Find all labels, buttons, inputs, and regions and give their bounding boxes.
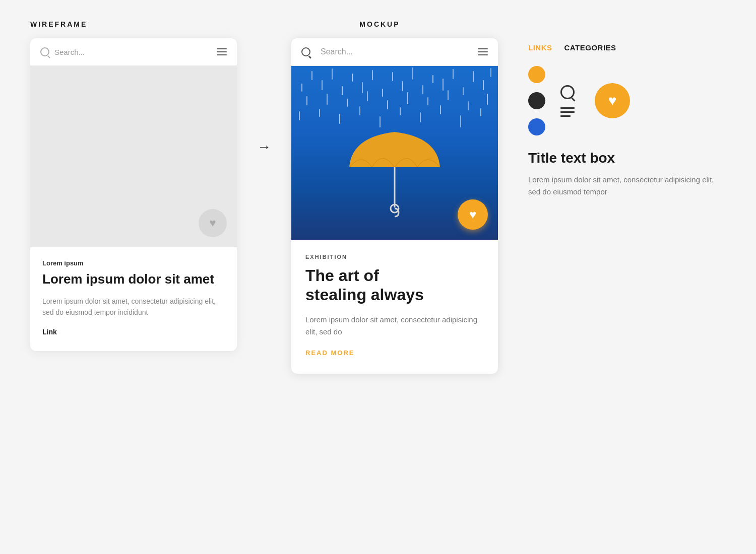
wireframe-image-area: ♥ [30, 66, 237, 247]
panel-search-icon [560, 85, 575, 99]
circle-blue [528, 118, 545, 135]
panel-heart-circle: ♥ [595, 83, 630, 118]
color-circles [528, 66, 545, 135]
panel-icons-row: ♥ [528, 66, 716, 135]
tab-links[interactable]: LINKS [528, 43, 552, 52]
wireframe-card: Search... ♥ Lorem ipsum Lorem ipsum dolo… [30, 38, 237, 351]
panel-tabs: LINKS CATEGORIES [528, 43, 716, 52]
arrow-icon: → [257, 139, 271, 155]
wireframe-link[interactable]: Link [42, 328, 225, 336]
hamburger-icon[interactable] [217, 48, 227, 55]
panel-body: Lorem ipsum dolor sit amet, consectetur … [528, 174, 716, 198]
wireframe-search-bar: Search... [30, 38, 237, 66]
circle-black [528, 92, 545, 109]
arrow-container: → [257, 38, 271, 155]
heart-icon: ♥ [209, 217, 216, 230]
umbrella-image [344, 122, 445, 225]
tab-categories[interactable]: CATEGORIES [564, 43, 616, 52]
mockup-body: Lorem ipsum dolor sit amet, consectetur … [305, 314, 484, 338]
wireframe-search-placeholder: Search... [54, 48, 85, 56]
wireframe-title: Lorem ipsum dolor sit amet [42, 271, 225, 288]
read-more-link[interactable]: READ MORE [305, 349, 484, 357]
hamburger-icon[interactable] [478, 48, 488, 55]
search-icon [301, 47, 310, 56]
mockup-hero-image: ♥ [291, 66, 498, 240]
mockup-search-bar: Search... [291, 38, 498, 66]
circle-yellow [528, 66, 545, 83]
mockup-label: MOCKUP [359, 20, 400, 28]
mockup-search-left: Search... [301, 47, 353, 56]
heart-icon: ♥ [469, 207, 476, 222]
panel-action-icons [560, 85, 575, 117]
wireframe-label: WIREFRAME [30, 20, 87, 28]
mockup-card: Search... [291, 38, 498, 374]
mockup-title-line2: stealing always [305, 286, 424, 304]
wireframe-heart-button[interactable]: ♥ [199, 209, 227, 237]
panel-title: Title text box [528, 150, 716, 167]
heart-icon: ♥ [608, 93, 617, 109]
wireframe-content: Lorem ipsum Lorem ipsum dolor sit amet L… [30, 247, 237, 351]
mockup-search-placeholder: Search... [321, 47, 353, 56]
mockup-category: EXHIBITION [305, 254, 484, 260]
search-icon [40, 47, 49, 56]
wireframe-search-left: Search... [40, 47, 85, 56]
wireframe-category: Lorem ipsum [42, 259, 225, 267]
mockup-title: The art of stealing always [305, 266, 484, 305]
panel-hamburger-icon [560, 107, 575, 117]
mockup-content: EXHIBITION The art of stealing always Lo… [291, 240, 498, 374]
wireframe-body: Lorem ipsum dolor sit amet, consectetur … [42, 296, 225, 318]
mockup-title-line1: The art of [305, 266, 379, 285]
right-panel: LINKS CATEGORIES ♥ Title text box Lorem … [518, 38, 726, 203]
mockup-heart-button[interactable]: ♥ [458, 199, 488, 230]
